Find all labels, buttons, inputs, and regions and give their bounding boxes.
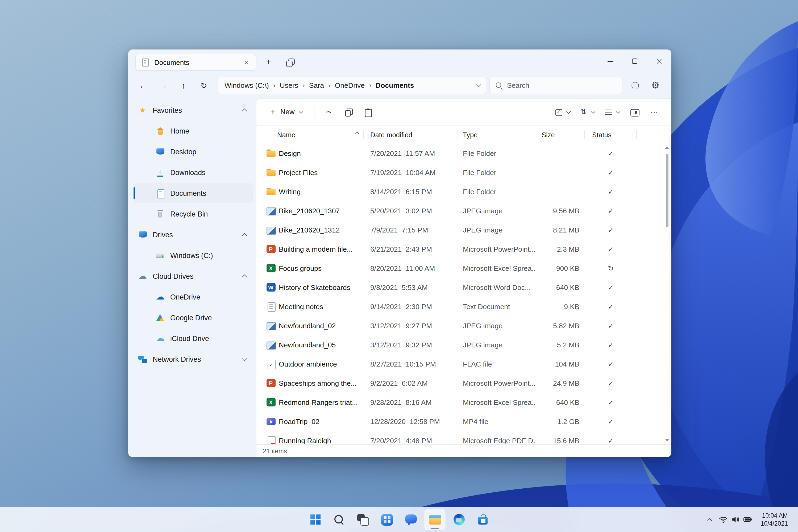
breadcrumb-separator: › xyxy=(328,81,331,89)
column-header[interactable]: Date modified xyxy=(364,126,457,144)
file-row[interactable]: Writing 8/14/2021 6:15 PM File Folder xyxy=(256,182,671,201)
up-button[interactable] xyxy=(174,76,193,94)
command-bar-right xyxy=(550,103,664,121)
settings-button[interactable] xyxy=(646,76,665,94)
taskbar-chat-button[interactable] xyxy=(400,509,422,530)
taskbar-edge-button[interactable] xyxy=(448,509,470,530)
sort-button[interactable] xyxy=(575,103,599,121)
forward-button[interactable] xyxy=(154,76,173,94)
tab-documents[interactable]: Documents xyxy=(135,54,256,71)
sync-status-button[interactable] xyxy=(626,76,645,94)
file-row[interactable]: Design 7/20/2021 11:57 AM File Folder xyxy=(256,144,671,163)
desktop-icon xyxy=(155,147,165,156)
file-row[interactable]: RoadTrip_02 12/28/2020 12:58 PM MP4 file… xyxy=(256,412,671,431)
breadcrumb-item[interactable]: Documents xyxy=(372,79,418,92)
sidebar-section-favorites[interactable]: Favorites xyxy=(134,100,253,120)
breadcrumb-item[interactable]: Sara xyxy=(305,79,328,92)
ellipsis-icon xyxy=(650,108,659,116)
file-row[interactable]: Outdoor ambience 8/27/2021 10:15 PM FLAC… xyxy=(256,354,671,374)
sidebar-item-downloads[interactable]: Downloads xyxy=(134,162,253,183)
file-row[interactable]: Newfoundland_02 3/12/2021 9:27 PM JPEG i… xyxy=(256,316,671,335)
file-date-modified: 9/8/2021 5:53 AM xyxy=(364,283,457,291)
breadcrumb-item[interactable]: OneDrive xyxy=(331,79,368,92)
back-button[interactable] xyxy=(134,76,153,94)
scroll-up-icon[interactable] xyxy=(665,146,669,149)
scrollbar-thumb[interactable] xyxy=(666,154,668,227)
clock[interactable]: 10:04 AM 10/4/2021 xyxy=(756,510,793,529)
file-row[interactable]: Running Raleigh 7/20/2021 4:48 PM Micros… xyxy=(256,431,671,444)
file-row[interactable]: Meeting notes 9/14/2021 2:30 PM Text Doc… xyxy=(256,297,671,316)
sidebar-section-cloud-drives[interactable]: Cloud Drives xyxy=(134,266,253,286)
details-pane-button[interactable] xyxy=(625,103,644,121)
file-row[interactable]: Bike_210620_1307 5/20/2021 3:02 PM JPEG … xyxy=(256,201,671,220)
sidebar-item-icloud-drive[interactable]: iCloud Drive xyxy=(134,328,253,348)
quick-settings-button[interactable] xyxy=(715,509,756,530)
sidebar-item-label: Downloads xyxy=(170,168,246,176)
breadcrumb-item[interactable]: Windows (C:\) xyxy=(221,79,273,92)
sidebar-item-label: Drives xyxy=(153,231,237,239)
new-button[interactable]: New xyxy=(264,103,308,121)
folder-icon xyxy=(266,187,276,196)
new-tab-button[interactable] xyxy=(260,54,278,71)
taskbar-search-button[interactable] xyxy=(328,509,350,530)
see-more-button[interactable] xyxy=(645,103,664,121)
taskbar-task-view-button[interactable] xyxy=(353,509,374,530)
file-row[interactable]: Redmond Rangers triat... 9/28/2021 8:16 … xyxy=(256,393,671,412)
icloud-drive-icon xyxy=(155,334,165,343)
file-row[interactable]: Focus groups 8/20/2021 11:00 AM Microsof… xyxy=(256,259,671,278)
taskbar-widgets-button[interactable] xyxy=(376,509,398,530)
tray-overflow-button[interactable] xyxy=(704,509,715,530)
sidebar-item-desktop[interactable]: Desktop xyxy=(134,141,253,162)
tab-list-button[interactable] xyxy=(281,54,299,71)
minimize-button[interactable] xyxy=(598,50,623,73)
close-icon xyxy=(243,60,248,64)
section-chevron-icon[interactable] xyxy=(242,233,247,238)
sidebar-item-windows-c[interactable]: Windows (C:) xyxy=(134,245,253,265)
column-header[interactable]: Type xyxy=(457,126,535,144)
close-button[interactable] xyxy=(647,50,671,73)
file-row[interactable]: Building a modern file... 6/21/2021 2:43… xyxy=(256,240,671,259)
section-chevron-icon[interactable] xyxy=(242,274,247,280)
cut-button[interactable] xyxy=(320,103,339,121)
view-button[interactable] xyxy=(600,103,624,121)
scroll-down-icon[interactable] xyxy=(665,439,669,441)
address-bar[interactable]: Windows (C:\) › Users › Sara › OneDrive … xyxy=(217,77,486,94)
file-row[interactable]: Spaceships among the... 9/2/2021 6:02 AM… xyxy=(256,374,671,393)
file-name: Focus groups xyxy=(279,264,364,272)
file-row[interactable]: Project Files 7/19/2021 10:04 AM File Fo… xyxy=(256,163,671,182)
sidebar-section-network-drives[interactable]: Network Drives xyxy=(134,349,253,369)
taskbar-start-button[interactable] xyxy=(305,509,326,530)
file-row[interactable]: Bike_210620_1312 7/9/2021 7:15 PM JPEG i… xyxy=(256,220,671,240)
sidebar-item-home[interactable]: Home xyxy=(134,121,253,141)
column-header[interactable]: Size xyxy=(535,126,585,144)
paste-button[interactable] xyxy=(358,103,377,121)
column-header[interactable]: Status xyxy=(585,126,637,144)
breadcrumb-item[interactable]: Users xyxy=(276,79,302,92)
section-chevron-icon[interactable] xyxy=(242,356,247,361)
scrollbar-track[interactable] xyxy=(663,151,670,437)
section-chevron-icon[interactable] xyxy=(242,108,247,114)
taskbar-store-button[interactable] xyxy=(472,509,493,530)
column-header[interactable]: Name xyxy=(266,126,364,144)
window-body: Favorites Home Desktop Downloads xyxy=(128,98,671,457)
search-box[interactable] xyxy=(490,77,623,94)
select-button[interactable] xyxy=(550,103,574,121)
sidebar-item-documents[interactable]: Documents xyxy=(134,183,253,203)
folder-icon xyxy=(266,168,276,177)
search-input[interactable] xyxy=(507,81,616,89)
tab-close-button[interactable] xyxy=(241,57,251,68)
copy-button[interactable] xyxy=(339,103,358,121)
sidebar-item-onedrive[interactable]: OneDrive xyxy=(134,287,253,307)
sidebar-section-drives[interactable]: Drives xyxy=(134,225,253,245)
address-dropdown-icon[interactable] xyxy=(476,82,481,87)
refresh-button[interactable] xyxy=(194,76,213,94)
taskbar-explorer-button[interactable] xyxy=(424,509,445,530)
up-arrow-icon xyxy=(182,81,186,89)
file-row[interactable]: Newfoundland_05 3/12/2021 9:32 PM JPEG i… xyxy=(256,335,671,354)
file-row[interactable]: History of Skateboards 9/8/2021 5:53 AM … xyxy=(256,278,671,297)
sidebar-item-google-drive[interactable]: Google Drive xyxy=(134,307,253,328)
sidebar-item-recycle-bin[interactable]: Recycle Bin xyxy=(134,204,253,224)
maximize-button[interactable] xyxy=(623,50,647,73)
vertical-scrollbar[interactable] xyxy=(663,145,670,443)
column-headers: Name Date modified Type Size Sta xyxy=(256,126,671,144)
